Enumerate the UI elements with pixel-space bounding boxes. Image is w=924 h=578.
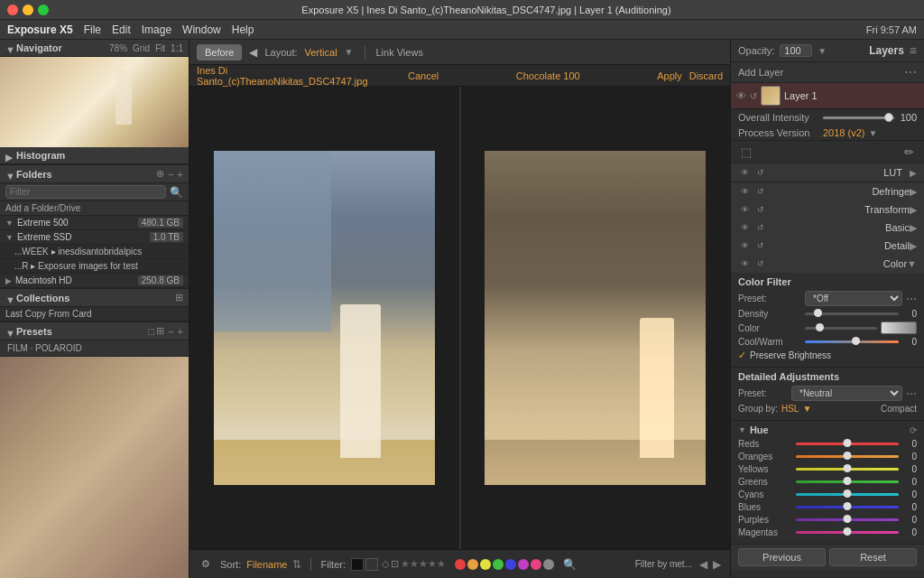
folder-subfolder2[interactable]: ...R ▸ Exposure images for test	[0, 259, 189, 274]
sort-arrows[interactable]: ⇅	[292, 558, 301, 571]
navigator-ratio[interactable]: 1:1	[171, 43, 183, 53]
hue-blues-slider[interactable]	[796, 506, 899, 508]
filter-box-light[interactable]	[365, 558, 378, 571]
link-views-label[interactable]: Link Views	[376, 47, 423, 58]
hue-reds-thumb[interactable]	[844, 439, 852, 447]
layer-row[interactable]: 👁 ↺ Layer 1	[731, 83, 924, 109]
opacity-chevron-icon[interactable]: ▼	[818, 46, 827, 56]
basic-refresh-icon[interactable]: ↺	[754, 221, 767, 234]
sort-value[interactable]: Filename	[246, 559, 287, 570]
detail-vis-icon[interactable]: 👁	[738, 239, 751, 252]
layout-chevron-icon[interactable]: ▼	[345, 47, 354, 57]
hue-magentas-thumb[interactable]	[844, 527, 852, 536]
color-chevron-icon[interactable]: ▼	[907, 258, 917, 269]
hue-oranges-slider[interactable]	[796, 455, 899, 458]
cancel-button[interactable]: Cancel	[408, 70, 439, 81]
cf-color-slider[interactable]	[805, 327, 877, 330]
folders-header[interactable]: ▼ Folders ⊕ − +	[0, 165, 189, 183]
lut-refresh-icon[interactable]: ↺	[754, 166, 767, 179]
hue-reset-icon[interactable]: ⟳	[910, 425, 917, 435]
preserve-check-icon[interactable]: ✓	[738, 350, 746, 361]
da-preset-select[interactable]: *Neutral	[791, 386, 902, 401]
cf-coolwarm-thumb[interactable]	[852, 337, 860, 345]
navigator-grid[interactable]: Grid	[133, 43, 150, 53]
groupby-chevron-icon[interactable]: ▼	[802, 404, 811, 414]
color-header[interactable]: 👁 ↺ Color ▼	[731, 255, 924, 273]
intensity-thumb[interactable]	[884, 113, 893, 122]
folder-subfolder1[interactable]: ...WEEK ▸ inesdisantobridalpics	[0, 245, 189, 259]
menu-window[interactable]: Window	[182, 23, 221, 36]
hue-oranges-thumb[interactable]	[844, 452, 852, 460]
opacity-input[interactable]	[780, 44, 812, 57]
basic-chevron-icon[interactable]: ▶	[910, 222, 917, 234]
defringe-header[interactable]: 👁 ↺ Defringe ▶	[731, 182, 924, 200]
collections-icon[interactable]: ⊞	[175, 292, 183, 303]
detail-chevron-icon[interactable]: ▶	[910, 240, 917, 252]
folder-item-extremessd[interactable]: ▼ Extreme SSD 1.0 TB	[0, 230, 189, 245]
defringe-refresh-icon[interactable]: ↺	[754, 185, 767, 198]
folders-icon3[interactable]: +	[178, 169, 183, 180]
folder-item-macintosh[interactable]: ▶ Macintosh HD 250.8 GB	[0, 274, 189, 288]
transform-vis-icon[interactable]: 👁	[738, 203, 751, 216]
filter-meta[interactable]: Filter by met...	[635, 559, 692, 569]
groupby-value[interactable]: HSL	[781, 404, 799, 414]
layers-menu-icon[interactable]: ≡	[910, 43, 917, 58]
orange-dot[interactable]	[467, 559, 478, 570]
red-dot[interactable]	[455, 559, 466, 570]
hue-purples-thumb[interactable]	[844, 515, 852, 523]
blue-dot[interactable]	[505, 559, 516, 570]
cf-density-slider[interactable]	[805, 312, 899, 315]
navigator-fit[interactable]: Fit	[155, 43, 165, 53]
presets-icon1[interactable]: □	[148, 326, 154, 337]
detail-header[interactable]: 👁 ↺ Detail ▶	[731, 237, 924, 255]
cf-dots-icon[interactable]: ⋯	[906, 293, 917, 305]
transform-refresh-icon[interactable]: ↺	[754, 203, 767, 216]
hue-magentas-slider[interactable]	[796, 531, 899, 534]
discard-button[interactable]: Discard	[689, 70, 723, 81]
layer-visibility-icon[interactable]: 👁	[736, 90, 746, 101]
process-value[interactable]: 2018 (v2)	[823, 127, 864, 138]
basic-header[interactable]: 👁 ↺ Basic ▶	[731, 219, 924, 237]
color-refresh-icon[interactable]: ↺	[754, 257, 767, 270]
hue-yellows-slider[interactable]	[796, 468, 899, 471]
next-arrow[interactable]: ▶	[711, 558, 723, 571]
hue-greens-slider[interactable]	[796, 480, 899, 483]
lut-vis-icon[interactable]: 👁	[738, 166, 751, 179]
green-dot[interactable]	[493, 559, 504, 570]
intensity-slider[interactable]	[823, 117, 895, 119]
edit-icon[interactable]: ✏	[901, 144, 917, 160]
hue-yellows-thumb[interactable]	[844, 464, 852, 472]
cf-preset-select[interactable]: *Off	[805, 291, 902, 306]
menu-edit[interactable]: Edit	[112, 23, 131, 36]
collection-item[interactable]: Last Copy From Card	[0, 307, 189, 322]
hue-triangle[interactable]: ▼	[738, 425, 746, 434]
hue-blues-thumb[interactable]	[844, 502, 852, 510]
hue-greens-thumb[interactable]	[844, 477, 852, 485]
crop-icon[interactable]: ⬚	[738, 144, 754, 160]
layer-name[interactable]: Layer 1	[784, 90, 919, 101]
cf-density-thumb[interactable]	[814, 309, 822, 317]
settings-button[interactable]: ⚙	[197, 555, 215, 573]
detail-refresh-icon[interactable]: ↺	[754, 239, 767, 252]
histogram-header[interactable]: ▶ Histogram	[0, 147, 189, 164]
previous-button[interactable]: Previous	[738, 548, 826, 566]
folders-icon1[interactable]: ⊕	[156, 168, 164, 180]
apply-button[interactable]: Apply	[657, 70, 682, 81]
filter-icon1[interactable]: ◇	[382, 558, 389, 570]
yellow-dot[interactable]	[480, 559, 491, 570]
color-vis-icon[interactable]: 👁	[738, 257, 751, 270]
window-controls[interactable]	[7, 5, 49, 15]
folder-filter-input[interactable]	[5, 185, 166, 199]
folder-item-extreme500[interactable]: ▼ Extreme 500 480.1 GB	[0, 216, 189, 230]
hue-purples-slider[interactable]	[796, 518, 899, 521]
maximize-button[interactable]	[38, 5, 49, 15]
folders-icon2[interactable]: −	[168, 169, 173, 180]
filter-box-dark[interactable]	[351, 558, 364, 571]
reset-button[interactable]: Reset	[829, 548, 917, 566]
defringe-vis-icon[interactable]: 👁	[738, 185, 751, 198]
presets-icon3[interactable]: −	[168, 326, 173, 337]
pink-dot[interactable]	[531, 559, 541, 570]
presets-header[interactable]: ▼ Presets □ ⊞ − +	[0, 322, 189, 340]
hue-cyans-slider[interactable]	[796, 493, 899, 496]
presets-icon4[interactable]: +	[178, 326, 183, 337]
